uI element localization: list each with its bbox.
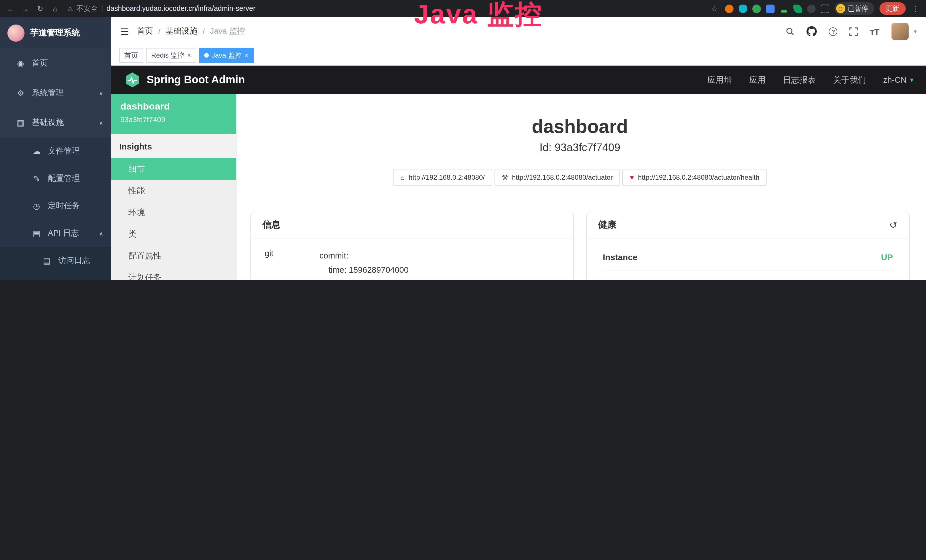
github-icon[interactable]	[807, 26, 817, 36]
health-row-label: Instance	[603, 252, 638, 262]
breadcrumb-separator: /	[158, 27, 160, 36]
breadcrumb-home[interactable]: 首页	[137, 26, 153, 36]
search-icon[interactable]	[786, 27, 795, 36]
sba-sidebar: dashboard 93a3fc7f7409 Insights 细节 性能 环境…	[111, 94, 237, 280]
sidebar-item-label: 定时任务	[48, 201, 103, 211]
chevron-down-icon: ∨	[99, 90, 103, 96]
extensions-puzzle-icon[interactable]	[820, 4, 829, 13]
breadcrumb-current: Java 监控	[210, 26, 245, 36]
document-icon: ▤	[32, 229, 41, 238]
fullscreen-icon[interactable]	[850, 27, 858, 36]
sba-nav-about[interactable]: 关于我们	[833, 74, 866, 85]
extension-leaf-icon[interactable]	[793, 4, 802, 13]
user-avatar[interactable]	[891, 23, 909, 40]
smiley-avatar-icon: ☺	[836, 4, 845, 13]
chevron-up-icon: ∧	[99, 230, 103, 236]
home-icon[interactable]: ⌂	[50, 4, 60, 13]
font-size-icon[interactable]: тT	[870, 27, 879, 36]
menu-item-config-properties[interactable]: 配置属性	[111, 245, 236, 266]
tab-label: Redis 监控	[151, 50, 184, 60]
sidebar-item-file-management[interactable]: ☁ 文件管理	[0, 138, 111, 165]
address-bar[interactable]: ⚠ 不安全 | dashboard.yudao.iocoder.cn/infra…	[67, 4, 256, 14]
breadcrumb: 首页 / 基础设施 / Java 监控	[137, 26, 245, 36]
breadcrumb-infrastructure[interactable]: 基础设施	[165, 26, 197, 36]
health-card-title: 健康	[598, 219, 617, 231]
tab-java-monitor[interactable]: Java 监控 ×	[199, 48, 254, 63]
active-dot-icon	[204, 53, 209, 58]
tab-label: Java 监控	[212, 50, 242, 60]
sidebar-item-error-logs[interactable]: ▤ 错误日志	[0, 274, 111, 280]
extension-teal-drop-icon[interactable]	[738, 4, 747, 13]
browser-kebab-menu-icon[interactable]: ⋮	[911, 4, 920, 13]
extension-green-icon[interactable]	[752, 4, 761, 13]
info-card: 信息 git commit: time: 1596289704000 id: 2…	[251, 212, 573, 280]
sidebar-item-api-logs[interactable]: ▤ API 日志 ∧	[0, 219, 111, 247]
menu-item-classes[interactable]: 类	[111, 223, 236, 245]
history-icon[interactable]: ↺	[890, 219, 898, 231]
info-value: commit: time: 1596289704000 id: 27aa832 …	[319, 249, 560, 280]
security-label: 不安全	[76, 4, 98, 14]
menu-item-metrics[interactable]: 性能	[111, 180, 236, 201]
warning-icon: ⚠	[67, 5, 73, 12]
actuator-url-link[interactable]: ⚒ http://192.168.0.2:48080/actuator	[495, 169, 620, 186]
avatar-caret-icon[interactable]: ▾	[914, 28, 917, 35]
sba-nav: 应用墙 应用 日志报表 关于我们 zh-CN ▾	[707, 74, 914, 85]
menu-item-scheduled-tasks[interactable]: 计划任务	[111, 266, 236, 280]
sba-nav-wallboard[interactable]: 应用墙	[707, 74, 732, 85]
tab-label: 首页	[124, 50, 138, 60]
menu-item-environment[interactable]: 环境	[111, 201, 236, 223]
sidebar-item-label: 配置管理	[48, 173, 103, 184]
extension-orange-icon[interactable]	[725, 4, 733, 13]
sidebar-item-label: API 日志	[48, 228, 92, 239]
page-title: dashboard	[251, 116, 909, 138]
link-url: http://192.168.0.2:48080/	[409, 173, 485, 182]
sba-language-select[interactable]: zh-CN ▾	[883, 75, 914, 85]
extension-dark-icon[interactable]	[807, 4, 816, 13]
sidebar-item-infrastructure[interactable]: ▦ 基础设施 ∧	[0, 108, 111, 138]
breadcrumb-separator: /	[203, 27, 205, 36]
back-icon[interactable]: ←	[6, 4, 15, 13]
bookmark-star-icon[interactable]: ☆	[710, 4, 720, 13]
git-commit-line: commit:	[319, 249, 560, 263]
health-card: 健康 ↺ Instance UP	[587, 212, 909, 280]
document-icon: ▤	[42, 256, 51, 265]
app-title: 芋道管理系统	[30, 27, 80, 38]
reload-icon[interactable]: ↻	[35, 4, 45, 13]
tab-redis-monitor[interactable]: Redis 监控 ×	[146, 48, 196, 63]
forward-icon[interactable]: →	[21, 4, 30, 13]
hamburger-icon[interactable]: ☰	[120, 26, 129, 37]
sba-nav-journal[interactable]: 日志报表	[783, 74, 816, 85]
instance-url-link[interactable]: ⌂ http://192.168.0.2:48080/	[393, 169, 492, 186]
app-logo[interactable]: 芋道管理系统	[0, 17, 111, 48]
extension-blue-grid-icon[interactable]	[766, 4, 774, 13]
sidebar-item-config-management[interactable]: ✎ 配置管理	[0, 165, 111, 192]
health-status-badge: UP	[881, 252, 893, 262]
menu-item-details[interactable]: 细节	[111, 158, 236, 180]
git-time-line: time: 1596289704000	[319, 263, 560, 278]
close-icon[interactable]: ×	[244, 51, 248, 59]
update-button[interactable]: 更新	[879, 2, 905, 15]
clock-icon: ◷	[32, 201, 41, 210]
insights-group-label: Insights	[111, 134, 236, 158]
health-url-link[interactable]: ♥ http://192.168.0.2:48080/actuator/heal…	[623, 169, 767, 186]
instance-links: ⌂ http://192.168.0.2:48080/ ⚒ http://192…	[251, 169, 909, 186]
close-icon[interactable]: ×	[187, 51, 191, 59]
chevron-down-icon: ▾	[910, 76, 914, 84]
sidebar-item-label: 访问日志	[58, 256, 103, 266]
sidebar-item-home[interactable]: ◉ 首页	[0, 48, 111, 78]
instance-header[interactable]: dashboard 93a3fc7f7409	[111, 94, 236, 134]
help-icon[interactable]: ?	[829, 27, 838, 36]
health-instance-row[interactable]: Instance UP	[603, 252, 893, 271]
sidebar-item-label: 系统管理	[32, 88, 92, 98]
sidebar-item-scheduled-tasks[interactable]: ◷ 定时任务	[0, 192, 111, 219]
home-icon: ⌂	[400, 173, 405, 182]
sba-nav-applications[interactable]: 应用	[749, 74, 766, 85]
sidebar-item-access-logs[interactable]: ▤ 访问日志	[0, 247, 111, 274]
home-icon: ◉	[16, 59, 25, 68]
extension-on-badge-icon[interactable]	[779, 4, 788, 13]
profile-paused-badge[interactable]: ☺ 已暂停	[834, 2, 874, 15]
sba-header: Spring Boot Admin 应用墙 应用 日志报表 关于我们 zh-CN…	[111, 66, 926, 94]
sidebar-item-system-management[interactable]: ⚙ 系统管理 ∨	[0, 78, 111, 108]
tab-home[interactable]: 首页	[119, 48, 143, 63]
sba-brand[interactable]: Spring Boot Admin	[124, 71, 245, 88]
